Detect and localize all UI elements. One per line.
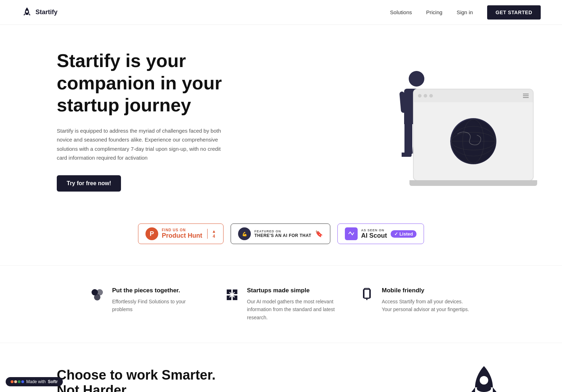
feature-mobile-desc: Access Startify from all your devices. Y… bbox=[382, 298, 473, 314]
featured-text: FEATURED ON THERE'S AN AI FOR THAT bbox=[254, 230, 312, 238]
brand-name: Startify bbox=[35, 9, 57, 16]
product-hunt-text: FIND US ON Product Hunt bbox=[162, 228, 202, 239]
feature-simple-content: Startups made simple Our AI model gather… bbox=[247, 287, 338, 321]
product-hunt-name: Product Hunt bbox=[162, 232, 202, 239]
dot-peach bbox=[14, 380, 17, 383]
svg-point-0 bbox=[25, 13, 29, 15]
svg-point-16 bbox=[477, 385, 491, 392]
hamburger-icon bbox=[523, 94, 529, 98]
laptop-screen bbox=[414, 102, 533, 180]
bottom-illustration bbox=[463, 364, 505, 392]
feature-simple-desc: Our AI model gathers the most relevant i… bbox=[247, 298, 338, 321]
as-seen-on-label: AS SEEN ON bbox=[361, 228, 387, 232]
person-head bbox=[409, 71, 424, 87]
feature-simple: Startups made simple Our AI model gather… bbox=[224, 287, 338, 321]
mobile-icon bbox=[359, 287, 375, 303]
laptop-topbar bbox=[414, 89, 533, 102]
ai-scout-name: AI Scout bbox=[361, 232, 387, 239]
laptop-frame bbox=[413, 89, 534, 181]
brand-logo[interactable]: Startify bbox=[21, 7, 57, 18]
features-section: Put the pieces together. Effortlessly Fi… bbox=[0, 265, 562, 343]
person-foot-left bbox=[402, 153, 412, 157]
bottom-rocket-svg bbox=[463, 364, 505, 392]
dot-1 bbox=[418, 94, 422, 98]
feature-pieces-content: Put the pieces together. Effortlessly Fi… bbox=[112, 287, 203, 314]
product-hunt-badge[interactable]: P FIND US ON Product Hunt ▲ 4 bbox=[138, 223, 224, 244]
feature-simple-title: Startups made simple bbox=[247, 287, 338, 294]
nav-links: Solutions Pricing Sign in GET STARTED bbox=[390, 5, 541, 20]
feature-mobile-content: Mobile friendly Access Startify from all… bbox=[382, 287, 473, 314]
ai-scout-badge[interactable]: AS SEEN ON AI Scout ✓ Listed bbox=[337, 223, 424, 244]
upvote-arrow: ▲ bbox=[212, 229, 216, 234]
featured-name: THERE'S AN AI FOR THAT bbox=[254, 233, 312, 238]
simple-icon bbox=[224, 287, 240, 303]
globe-icon bbox=[450, 118, 496, 164]
listed-label: Listed bbox=[400, 231, 413, 237]
globe-svg bbox=[450, 118, 496, 164]
get-started-button[interactable]: GET STARTED bbox=[487, 5, 541, 20]
bottom-section: Choose to work Smarter. Not Harder. bbox=[0, 343, 562, 392]
laptop-keyboard bbox=[409, 180, 537, 186]
svg-point-12 bbox=[94, 294, 100, 300]
svg-point-17 bbox=[480, 376, 488, 385]
feature-pieces-title: Put the pieces together. bbox=[112, 287, 203, 294]
find-us-on-label: FIND US ON bbox=[162, 228, 202, 232]
dot-2 bbox=[424, 94, 427, 98]
dot-green bbox=[18, 380, 21, 383]
svg-point-1 bbox=[26, 11, 28, 13]
softify-brand: Softr bbox=[48, 379, 58, 384]
upvote-count: 4 bbox=[213, 234, 215, 239]
softify-dots bbox=[11, 380, 24, 383]
nav-signin[interactable]: Sign in bbox=[457, 9, 473, 15]
hero-content: Startify is your companion in your start… bbox=[57, 50, 255, 191]
feature-pieces: Put the pieces together. Effortlessly Fi… bbox=[89, 287, 203, 321]
person-leg-left bbox=[404, 122, 412, 154]
featured-label: FEATURED ON bbox=[254, 230, 312, 233]
hero-title: Startify is your companion in your start… bbox=[57, 50, 255, 116]
feature-mobile: Mobile friendly Access Startify from all… bbox=[359, 287, 473, 321]
checkmark-icon: ✓ bbox=[394, 231, 398, 237]
badges-section: P FIND US ON Product Hunt ▲ 4 💪 FEATURED… bbox=[0, 209, 562, 265]
bookmark-icon: 🔖 bbox=[315, 230, 323, 238]
feature-pieces-desc: Effortlessly Find Solutions to your prob… bbox=[112, 298, 203, 314]
pieces-icon bbox=[89, 287, 105, 303]
nav-solutions[interactable]: Solutions bbox=[390, 9, 412, 15]
hero-description: Startify is equipped to address the myri… bbox=[57, 126, 227, 162]
scout-text: AS SEEN ON AI Scout bbox=[361, 228, 387, 239]
scout-logo-svg bbox=[347, 230, 355, 238]
ai-scout-icon bbox=[345, 227, 358, 240]
bottom-title: Choose to work Smarter. Not Harder. bbox=[57, 368, 234, 392]
product-hunt-icon: P bbox=[145, 227, 158, 240]
rocket-icon bbox=[21, 7, 33, 18]
softify-label: Made with bbox=[26, 379, 46, 384]
svg-text:💪: 💪 bbox=[242, 231, 247, 237]
svg-point-15 bbox=[366, 299, 368, 300]
dot-blue bbox=[21, 380, 24, 383]
dot-3 bbox=[429, 94, 433, 98]
navbar: Startify Solutions Pricing Sign in GET S… bbox=[0, 0, 562, 25]
featured-badge[interactable]: 💪 FEATURED ON THERE'S AN AI FOR THAT 🔖 bbox=[231, 223, 330, 244]
dot-orange bbox=[11, 380, 13, 383]
listed-badge: ✓ Listed bbox=[391, 230, 417, 238]
hero-section: Startify is your companion in your start… bbox=[0, 25, 562, 209]
featured-icon: 💪 bbox=[238, 227, 251, 240]
try-free-button[interactable]: Try for free now! bbox=[57, 175, 121, 192]
softify-badge[interactable]: Made with Softr bbox=[6, 377, 63, 386]
svg-rect-13 bbox=[364, 288, 370, 298]
product-hunt-count: ▲ 4 bbox=[207, 229, 216, 239]
muscle-icon: 💪 bbox=[241, 230, 248, 238]
nav-pricing[interactable]: Pricing bbox=[426, 9, 442, 15]
hero-illustration bbox=[385, 60, 534, 181]
feature-mobile-title: Mobile friendly bbox=[382, 287, 473, 294]
